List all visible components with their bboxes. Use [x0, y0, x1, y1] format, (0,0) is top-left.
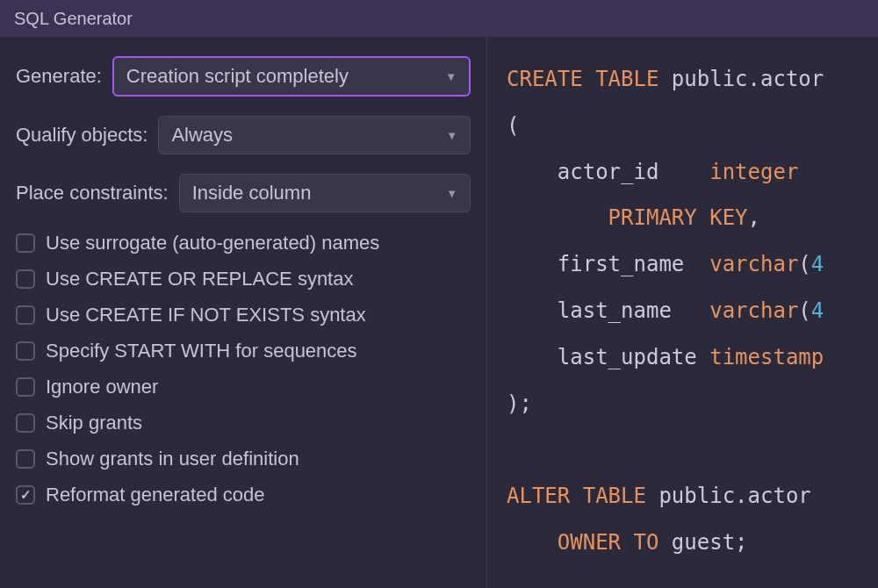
checkbox-icon — [16, 305, 35, 325]
checkbox-label: Ignore owner — [46, 376, 158, 398]
constraints-select-value: Inside column — [192, 182, 312, 204]
checkbox-start-with[interactable]: Specify START WITH for sequences — [16, 340, 471, 362]
checkbox-icon — [16, 449, 35, 469]
constraints-select[interactable]: Inside column ▼ — [179, 174, 471, 212]
code-keyword: CREATE TABLE — [507, 67, 658, 91]
checkbox-label: Use surrogate (auto-generated) names — [46, 232, 379, 255]
chevron-down-icon: ▼ — [445, 70, 457, 83]
code-symbol: ; — [735, 530, 747, 555]
checkbox-label: Use CREATE OR REPLACE syntax — [46, 268, 353, 290]
content-area: Generate: Creation script completely ▼ Q… — [0, 37, 878, 588]
code-identifier: actor_id — [558, 160, 659, 184]
checkbox-label: Show grants in user definition — [46, 448, 299, 470]
generate-row: Generate: Creation script completely ▼ — [16, 56, 471, 97]
code-identifier: last_update — [558, 345, 697, 369]
checkbox-ignore-owner[interactable]: Ignore owner — [16, 376, 471, 398]
generate-select[interactable]: Creation script completely ▼ — [112, 56, 471, 97]
checkbox-label: Skip grants — [46, 412, 142, 434]
code-number: 4 — [811, 298, 824, 323]
code-keyword: PRIMARY KEY — [608, 205, 748, 230]
code-identifier: first_name — [558, 252, 685, 276]
code-identifier: guest — [672, 530, 735, 555]
code-keyword: ALTER TABLE — [507, 484, 646, 508]
code-symbol: ( — [507, 113, 519, 138]
code-type: varchar — [709, 252, 798, 276]
code-identifier: actor — [760, 67, 824, 91]
checkbox-label: Specify START WITH for sequences — [46, 340, 357, 362]
title-bar: SQL Generator — [0, 0, 878, 37]
checkbox-label: Use CREATE IF NOT EXISTS syntax — [46, 304, 366, 326]
code-symbol: ); — [507, 391, 532, 416]
options-panel: Generate: Creation script completely ▼ Q… — [0, 37, 487, 588]
code-symbol: , — [748, 205, 760, 230]
chevron-down-icon: ▼ — [446, 187, 457, 200]
qualify-select[interactable]: Always ▼ — [158, 116, 471, 154]
checkbox-icon — [16, 269, 35, 289]
code-identifier: last_name — [558, 298, 672, 323]
code-type: timestamp — [709, 345, 824, 369]
checkbox-list: Use surrogate (auto-generated) names Use… — [16, 232, 471, 506]
code-symbol: . — [735, 484, 747, 508]
code-identifier: actor — [748, 484, 811, 508]
checkbox-icon — [16, 377, 35, 397]
checkbox-icon — [16, 413, 35, 433]
chevron-down-icon: ▼ — [446, 129, 457, 142]
code-symbol: . — [748, 67, 760, 91]
code-type: varchar — [709, 298, 798, 323]
checkbox-icon — [16, 341, 35, 361]
checkbox-reformat[interactable]: Reformat generated code — [16, 484, 471, 506]
checkbox-icon — [16, 233, 35, 253]
qualify-select-value: Always — [171, 124, 233, 147]
checkbox-label: Reformat generated code — [46, 484, 265, 506]
checkbox-skip-grants[interactable]: Skip grants — [16, 412, 471, 434]
code-symbol: ( — [798, 252, 810, 276]
code-symbol: ( — [798, 298, 810, 323]
code-identifier: public — [672, 67, 748, 91]
checkbox-icon — [16, 485, 35, 505]
checkbox-create-or-replace[interactable]: Use CREATE OR REPLACE syntax — [16, 268, 471, 290]
window-title: SQL Generator — [14, 9, 133, 29]
generate-select-value: Creation script completely — [126, 65, 349, 88]
qualify-label: Qualify objects: — [16, 124, 148, 147]
checkbox-show-grants[interactable]: Show grants in user definition — [16, 448, 471, 470]
code-number: 4 — [811, 252, 824, 276]
code-preview: CREATE TABLE public.actor ( actor_id int… — [487, 37, 878, 588]
checkbox-surrogate-names[interactable]: Use surrogate (auto-generated) names — [16, 232, 471, 255]
checkbox-create-if-not-exists[interactable]: Use CREATE IF NOT EXISTS syntax — [16, 304, 471, 326]
generate-label: Generate: — [16, 65, 102, 88]
constraints-row: Place constraints: Inside column ▼ — [16, 174, 471, 212]
qualify-row: Qualify objects: Always ▼ — [16, 116, 471, 154]
constraints-label: Place constraints: — [16, 182, 169, 204]
code-type: integer — [709, 160, 798, 184]
code-keyword: OWNER TO — [558, 530, 659, 555]
code-identifier: public — [658, 484, 735, 508]
